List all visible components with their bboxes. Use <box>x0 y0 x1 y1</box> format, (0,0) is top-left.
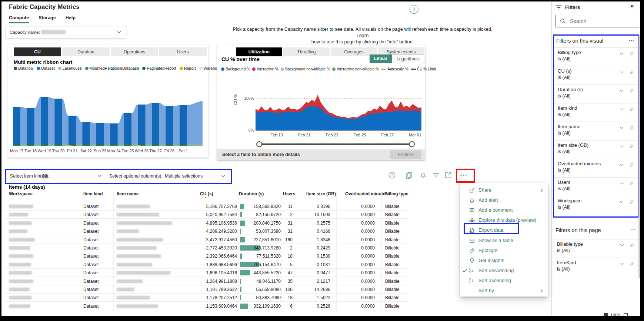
cu-legend-cu-limit[interactable]: CU % Limit <box>411 67 436 71</box>
visual-section-more-icon[interactable]: ... <box>628 36 634 42</box>
ribbon-legend-dataflow[interactable]: Dataflow <box>14 66 33 70</box>
eraser-icon[interactable] <box>629 242 635 248</box>
cu-legend-background-non-billable[interactable]: Background non-billable % <box>281 67 330 71</box>
table-row[interactable]: Dataset5,020,952.758482,155.6720210.1503… <box>5 211 408 219</box>
page-filter-card-itemkind[interactable]: ItemKindis (All) <box>554 258 638 276</box>
table-row[interactable]: Dataset1,264,991.180848,046.1170352.1217… <box>5 277 408 285</box>
ribbon-chart-plot[interactable] <box>13 73 203 147</box>
menu-item-add-a-comment[interactable]: Add a comment <box>460 205 548 215</box>
column-header-item-name[interactable]: Item name <box>117 191 139 196</box>
cu-legend-interactive-non-billable[interactable]: Interactive non-billable % <box>332 67 379 71</box>
eraser-icon[interactable] <box>629 181 634 186</box>
filter-icon[interactable] <box>432 171 440 179</box>
ribbon-tab-cu[interactable]: CU <box>14 47 61 56</box>
chevron-down-icon[interactable] <box>619 143 624 149</box>
collapse-pane-icon[interactable]: » <box>630 2 634 10</box>
column-header-users[interactable]: Users <box>283 191 295 196</box>
item-kind-chevron-icon[interactable] <box>97 173 102 179</box>
eraser-icon[interactable] <box>629 69 634 75</box>
menu-item-show-as-a-table[interactable]: Show as a table <box>460 236 548 246</box>
info-icon[interactable]: i <box>410 5 418 14</box>
visual-filter-card-workspace[interactable]: Workspaceis (All) <box>554 196 638 214</box>
column-header-item-kind[interactable]: Item kind <box>83 191 103 196</box>
cu-tab-utilization[interactable]: Utilization <box>236 47 282 56</box>
cu-legend-interactive[interactable]: Interactive % <box>252 67 278 71</box>
capacity-name-value-redacted[interactable] <box>41 30 66 34</box>
time-range-slider-handle-left[interactable] <box>256 141 262 147</box>
cu-legend-background[interactable]: Background % <box>221 67 250 71</box>
column-header-item-size-gb[interactable]: Item size (GB) <box>306 191 336 196</box>
ribbon-legend-report[interactable]: Report <box>180 66 196 70</box>
visual-filter-card-users[interactable]: Usersis (All) <box>554 177 638 196</box>
scale-button-logarithmic[interactable]: Logarithmic <box>392 54 424 63</box>
ribbon-legend-dataset[interactable]: Dataset <box>37 66 55 70</box>
column-header-workspace[interactable]: Workspace <box>9 191 33 196</box>
table-row[interactable]: Dataset4,895,106.9536200,040.1750310.257… <box>5 219 408 227</box>
menu-item-export-data[interactable]: Export data <box>460 225 548 235</box>
column-header-cu-s[interactable]: CU (s) <box>200 191 213 196</box>
eraser-icon[interactable] <box>629 51 634 56</box>
scale-button-linear[interactable]: Linear <box>370 54 392 63</box>
table-row[interactable]: Dataset2,772,453.3920848,713.928020.2429… <box>5 244 408 252</box>
nav-tab-compute[interactable]: Compute <box>9 15 29 23</box>
capacity-dropdown-chevron-icon[interactable] <box>116 29 122 35</box>
page-filter-card-billable-type[interactable]: Billable typeis (All) <box>554 239 638 258</box>
chevron-down-icon[interactable] <box>619 69 624 75</box>
ribbon-legend-lakehouse[interactable]: Lakehouse <box>58 66 82 70</box>
visual-filter-card-cu-s[interactable]: CU (s)is (All) <box>554 66 638 85</box>
table-row[interactable]: Dataset3,472,917.4560227,851.60101601.83… <box>5 236 408 244</box>
chevron-down-icon[interactable] <box>619 181 624 186</box>
ribbon-legend-paginatedreport[interactable]: PaginatedReport <box>142 66 176 70</box>
eraser-icon[interactable] <box>629 88 634 93</box>
chevron-down-icon[interactable] <box>619 125 624 130</box>
ribbon-tab-users[interactable]: Users <box>159 47 207 56</box>
table-row[interactable]: Dataset2,392,066.646477,511.5320180.1539… <box>5 252 408 260</box>
table-row[interactable]: Dataset5,186,707.2768158,582.9320110.319… <box>5 202 408 211</box>
table-row[interactable]: Dataset1,181,799.363256,658.808010614.26… <box>5 285 408 294</box>
menu-item-share[interactable]: Share <box>460 185 548 195</box>
chevron-down-icon[interactable] <box>619 199 624 205</box>
column-header-billing-type[interactable]: Billing type <box>384 191 408 196</box>
chevron-down-icon[interactable] <box>619 51 624 56</box>
chevron-down-icon[interactable] <box>619 261 625 267</box>
menu-item-add-alert[interactable]: Add alert <box>460 195 548 205</box>
eraser-icon[interactable] <box>629 261 635 267</box>
nav-tab-help[interactable]: Help <box>66 15 76 20</box>
cu-legend-autoscale[interactable]: Autoscale % <box>381 67 408 71</box>
menu-item-sort-by[interactable]: Sort by <box>460 286 548 296</box>
explore-button[interactable]: Explore <box>390 150 421 159</box>
table-row[interactable]: Dataset1,153,609.0464332,109.163060.2526… <box>5 302 408 310</box>
item-kind-dropdown[interactable]: All <box>42 173 94 179</box>
visual-filter-card-item-kind[interactable]: Item kindis (All) <box>554 103 638 122</box>
menu-item-spotlight[interactable]: Spotlight <box>460 246 548 256</box>
eraser-icon[interactable] <box>629 125 634 130</box>
help-icon[interactable]: ? <box>388 171 396 179</box>
time-range-slider-handle-right[interactable] <box>409 141 415 147</box>
eraser-icon[interactable] <box>629 199 634 205</box>
visual-filter-card-overloaded-minutes[interactable]: Overloaded minutesis (All) <box>554 159 638 177</box>
nav-tab-storage[interactable]: Storage <box>39 15 56 20</box>
visual-filter-card-duration-s[interactable]: Duration (s)is (All) <box>554 85 638 103</box>
filters-search-input[interactable] <box>555 15 639 27</box>
page-section-more-icon[interactable]: ... <box>630 225 636 231</box>
column-header-duration-s[interactable]: Duration (s) <box>239 191 264 196</box>
table-row[interactable]: Dataset1,889,688.5696796,154.647050.1031… <box>5 261 408 269</box>
eraser-icon[interactable] <box>629 162 634 168</box>
copy-icon[interactable] <box>405 171 413 179</box>
menu-item-explore-this-data-preview[interactable]: Explore this data (preview) <box>460 215 548 225</box>
chevron-down-icon[interactable] <box>619 88 624 93</box>
table-row[interactable]: Dataset4,209,249.328053,007.3580310.4166… <box>5 227 408 235</box>
visual-filter-card-item-size-gb[interactable]: Item size (GB)is (All) <box>554 140 638 159</box>
chevron-down-icon[interactable] <box>619 106 624 112</box>
optional-columns-dropdown[interactable]: Multiple selections <box>165 173 220 179</box>
ribbon-tab-duration[interactable]: Duration <box>62 47 110 56</box>
pane-scrollbar[interactable] <box>638 35 640 278</box>
focus-mode-icon[interactable] <box>444 171 452 179</box>
menu-item-sort-ascending[interactable]: AZ↓Sort ascending <box>460 276 548 286</box>
menu-item-get-insights[interactable]: Get insights <box>460 256 548 266</box>
eraser-icon[interactable] <box>629 106 634 112</box>
visual-filter-card-billing-type[interactable]: Billing typeis (All) <box>554 47 638 66</box>
table-row[interactable]: Dataset1,178,207.251250,883.7090181.5022… <box>5 294 408 302</box>
cu-chart-plot[interactable] <box>256 78 421 132</box>
chevron-down-icon[interactable] <box>619 242 625 248</box>
